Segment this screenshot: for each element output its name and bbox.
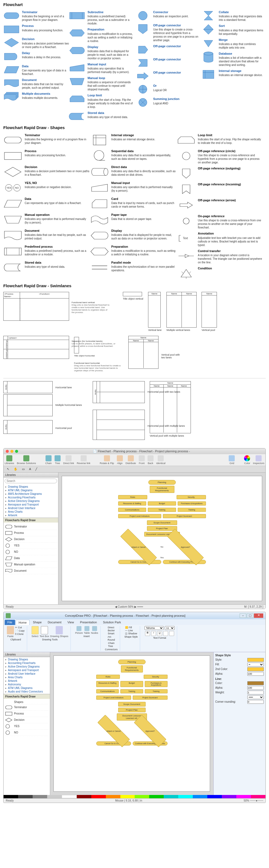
tab-solutionpark[interactable]: Solution Park bbox=[100, 620, 124, 625]
flow-node[interactable]: Planning bbox=[118, 659, 145, 664]
flow-node[interactable]: Purchases & Acquisitions bbox=[145, 681, 168, 687]
flow-node[interactable]: Project Scorecard bbox=[133, 695, 168, 700]
nodes-button[interactable]: Nodes bbox=[91, 626, 98, 634]
close-icon[interactable]: ✕ bbox=[254, 614, 263, 618]
tree-item[interactable]: ▸Android User Interface bbox=[5, 672, 49, 676]
fill-select[interactable]: ━ bbox=[247, 662, 264, 666]
tb-identical[interactable]: Identical bbox=[156, 455, 166, 465]
line-color-swatch[interactable] bbox=[247, 681, 264, 685]
picture-button[interactable]: Picture bbox=[75, 626, 83, 634]
table-button[interactable]: Table bbox=[84, 626, 90, 634]
maximize-icon[interactable]: ▢ bbox=[247, 614, 254, 618]
shapes-panel-head[interactable]: Flowcharts Rapid Draw bbox=[4, 518, 58, 523]
flow-node[interactable]: Training bbox=[178, 508, 206, 512]
tab-file[interactable]: File bbox=[5, 620, 15, 625]
font-select[interactable]: Tahoma bbox=[144, 626, 164, 630]
flow-node[interactable]: Training bbox=[121, 689, 143, 693]
shape-item[interactable]: Decision bbox=[5, 717, 49, 723]
alpha-input[interactable] bbox=[247, 672, 264, 676]
tb-rotate[interactable]: Rotate & Flip bbox=[100, 455, 114, 465]
zoom-level[interactable]: 50% bbox=[244, 799, 249, 802]
flow-node[interactable]: Training bbox=[145, 689, 168, 693]
shape-item[interactable]: Data bbox=[5, 555, 57, 562]
flow-node[interactable]: Training bbox=[148, 508, 176, 512]
tb-align[interactable]: Align bbox=[117, 455, 123, 465]
minimize-icon[interactable]: – bbox=[240, 614, 246, 618]
tree-item[interactable]: ▸Area Charts bbox=[5, 510, 57, 514]
shape-item[interactable]: YES bbox=[5, 542, 57, 549]
conn-chain[interactable]: Chain bbox=[108, 642, 114, 645]
weight-input[interactable] bbox=[247, 691, 264, 694]
flow-node[interactable]: Resources & Staffing bbox=[118, 501, 146, 505]
align-left-icon[interactable] bbox=[163, 631, 168, 636]
conn-arc[interactable]: Arc bbox=[107, 636, 115, 638]
maximize-icon[interactable] bbox=[15, 450, 18, 453]
tab-home[interactable]: Home bbox=[15, 620, 30, 625]
tool-line-icon[interactable]: ╱ bbox=[34, 467, 39, 471]
flow-node[interactable]: Project Plan bbox=[118, 708, 145, 712]
flow-node[interactable]: Security bbox=[144, 675, 168, 679]
shape-item[interactable]: Terminator bbox=[5, 524, 57, 530]
shape-item[interactable]: YES bbox=[5, 723, 49, 730]
flow-node[interactable]: Budget bbox=[148, 501, 176, 505]
shape-item[interactable]: Terminator bbox=[5, 704, 49, 711]
tb-direct[interactable]: Direct link bbox=[63, 455, 74, 465]
tree-item[interactable]: ▸Astronomy bbox=[5, 683, 49, 686]
tree-item[interactable]: ▸Accounting Flowcharts bbox=[5, 496, 57, 499]
shadow-button[interactable]: ◫ Shadow bbox=[125, 632, 137, 635]
drawshapes-button[interactable]: Drawing Shapes bbox=[50, 626, 68, 638]
tree-item[interactable]: ▸Accounting Flowcharts bbox=[5, 661, 49, 665]
tb-libraries[interactable]: Libraries bbox=[5, 455, 14, 465]
flow-node[interactable]: Scope Document bbox=[118, 702, 145, 707]
zoom-level[interactable]: Custom 56% bbox=[118, 605, 134, 608]
tree-item[interactable]: ▸Area Charts bbox=[5, 676, 49, 679]
tb-grid[interactable]: Grid bbox=[229, 455, 235, 465]
shape-item[interactable]: Process bbox=[5, 530, 57, 536]
conn-round[interactable]: Round bbox=[107, 639, 115, 641]
style-swatch[interactable] bbox=[247, 658, 264, 662]
flow-node[interactable]: Cancel Go to Closing bbox=[118, 560, 161, 564]
tb-distribute[interactable]: Distribute bbox=[126, 455, 136, 465]
tb-back[interactable]: Back bbox=[147, 455, 154, 465]
tool-text-icon[interactable]: A bbox=[27, 467, 33, 471]
flow-node[interactable]: Project Level Indicators bbox=[118, 514, 161, 518]
tb-browse[interactable]: Browse Solutions bbox=[17, 455, 36, 465]
close-icon[interactable] bbox=[6, 450, 9, 453]
line-style-select[interactable]: ━━━ bbox=[247, 695, 264, 699]
flow-node[interactable]: Resources & Staffing bbox=[96, 681, 119, 687]
tree-item[interactable]: ▸Artwork bbox=[5, 679, 49, 683]
bold-icon[interactable]: B bbox=[145, 631, 150, 636]
tree-item[interactable]: ▸Aerospace and Transport bbox=[5, 669, 49, 672]
tool-rect-icon[interactable]: ▭ bbox=[20, 467, 26, 471]
shape-item[interactable]: NO bbox=[5, 730, 49, 736]
copy-button[interactable]: 📄 Copy bbox=[15, 629, 25, 632]
flow-node[interactable]: Security bbox=[177, 495, 206, 499]
tool-arrow-icon[interactable]: ↖ bbox=[5, 467, 11, 471]
select-button[interactable]: Select bbox=[32, 626, 39, 638]
italic-icon[interactable]: I bbox=[151, 631, 156, 636]
tb-reverse[interactable]: Reverse link bbox=[77, 455, 91, 465]
tb-tree[interactable]: Tree bbox=[55, 455, 61, 465]
flow-node[interactable]: Communications bbox=[118, 508, 146, 512]
flow-node[interactable]: Functional Requirements bbox=[121, 665, 143, 673]
color-strip[interactable] bbox=[4, 795, 265, 798]
shape-item[interactable]: Process bbox=[5, 711, 49, 717]
canvas[interactable]: Planning Functional Requirements RolesSe… bbox=[62, 476, 262, 601]
shape-item[interactable]: NO bbox=[5, 549, 57, 555]
tree-item[interactable]: ▸Drawing Shapes bbox=[5, 658, 49, 661]
textbox-button[interactable]: Text Box bbox=[40, 626, 49, 638]
conn-direct[interactable]: Direct bbox=[108, 626, 115, 629]
flow-node[interactable]: Budget bbox=[121, 681, 143, 687]
tree-item[interactable]: ▸Audio and Video Connectors bbox=[5, 690, 49, 693]
paste-button[interactable]: Paste bbox=[7, 626, 14, 638]
tree-item[interactable]: ▸AWS Architecture Diagrams bbox=[5, 492, 57, 496]
flow-node[interactable]: Communications bbox=[96, 689, 119, 693]
flow-node[interactable]: Project Plan bbox=[147, 526, 177, 531]
size-select[interactable]: 11 bbox=[165, 626, 175, 630]
cut-button[interactable]: ✂ Cut bbox=[15, 626, 25, 629]
tab-presentation[interactable]: Presentation bbox=[77, 620, 100, 625]
minimize-icon[interactable] bbox=[10, 450, 13, 453]
underline-icon[interactable]: U bbox=[157, 631, 162, 636]
align-center-icon[interactable] bbox=[169, 631, 174, 636]
color2-swatch[interactable] bbox=[247, 667, 264, 671]
